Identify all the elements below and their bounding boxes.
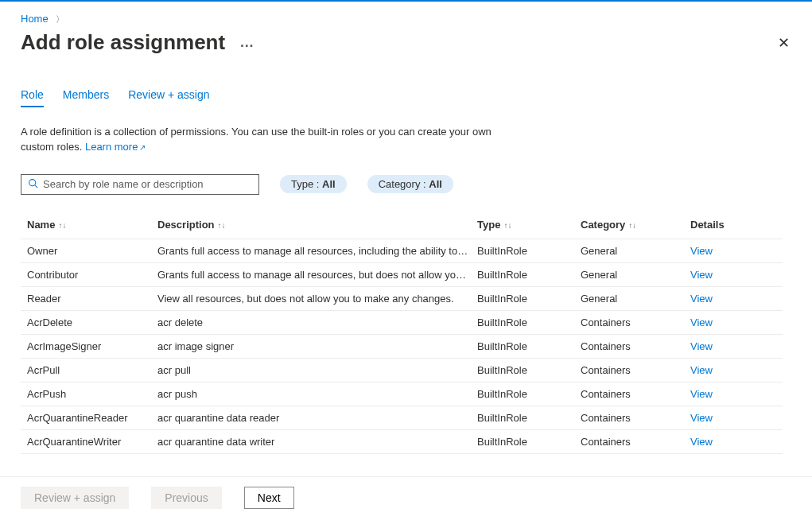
- cell-name: AcrQuarantineWriter: [27, 436, 157, 448]
- search-icon: [28, 178, 38, 191]
- cell-type: BuiltInRole: [477, 436, 581, 448]
- close-button[interactable]: ✕: [771, 31, 796, 55]
- view-link[interactable]: View: [690, 412, 713, 424]
- previous-button: Previous: [151, 487, 221, 509]
- cell-description: acr push: [157, 388, 477, 400]
- table-header-row: Name↑↓ Description↑↓ Type↑↓ Category↑↓ D…: [21, 211, 783, 239]
- sort-icon[interactable]: ↑↓: [58, 221, 66, 230]
- sort-icon[interactable]: ↑↓: [503, 221, 511, 230]
- cell-description: View all resources, but does not allow y…: [157, 293, 477, 305]
- view-link[interactable]: View: [690, 436, 713, 448]
- tab-members[interactable]: Members: [63, 88, 109, 107]
- tabs: Role Members Review + assign: [21, 88, 796, 107]
- footer-actions: Review + assign Previous Next: [0, 476, 812, 518]
- cell-description: Grants full access to manage all resourc…: [157, 269, 477, 281]
- chevron-right-icon: 〉: [56, 14, 64, 24]
- view-link[interactable]: View: [690, 316, 713, 328]
- svg-line-1: [35, 185, 37, 188]
- info-text: A role definition is a collection of per…: [21, 125, 506, 155]
- cell-name: AcrImageSigner: [27, 340, 157, 352]
- column-header-type[interactable]: Type↑↓: [477, 219, 581, 231]
- cell-description: Grants full access to manage all resourc…: [157, 245, 477, 257]
- column-header-description[interactable]: Description↑↓: [157, 219, 477, 231]
- view-link[interactable]: View: [690, 364, 713, 376]
- cell-name: AcrQuarantineReader: [27, 412, 157, 424]
- sort-icon[interactable]: ↑↓: [628, 221, 636, 230]
- table-row[interactable]: AcrPullacr pullBuiltInRoleContainersView: [21, 359, 783, 382]
- cell-name: AcrPull: [27, 364, 157, 376]
- cell-name: Reader: [27, 293, 157, 305]
- table-row[interactable]: ContributorGrants full access to manage …: [21, 263, 783, 287]
- cell-category: Containers: [581, 412, 690, 424]
- column-header-name[interactable]: Name↑↓: [27, 219, 157, 231]
- search-input-container[interactable]: [21, 174, 259, 195]
- cell-category: General: [581, 245, 690, 257]
- page-title: Add role assignment …: [21, 30, 254, 55]
- cell-type: BuiltInRole: [477, 412, 581, 424]
- column-header-category[interactable]: Category↑↓: [581, 219, 690, 231]
- cell-name: Owner: [27, 245, 157, 257]
- external-link-icon: ↗: [139, 143, 146, 152]
- cell-description: acr image signer: [157, 340, 477, 352]
- horizontal-scrollbar[interactable]: [0, 517, 812, 528]
- next-button[interactable]: Next: [244, 487, 294, 509]
- cell-name: AcrPush: [27, 388, 157, 400]
- cell-type: BuiltInRole: [477, 293, 581, 305]
- breadcrumb: Home 〉: [21, 13, 796, 25]
- cell-type: BuiltInRole: [477, 245, 581, 257]
- column-header-details: Details: [690, 219, 738, 231]
- filter-category-pill[interactable]: Category : All: [367, 175, 453, 193]
- table-row[interactable]: AcrQuarantineReaderacr quarantine data r…: [21, 406, 783, 430]
- cell-category: Containers: [581, 436, 690, 448]
- cell-description: acr delete: [157, 316, 477, 328]
- view-link[interactable]: View: [690, 388, 713, 400]
- cell-category: Containers: [581, 388, 690, 400]
- cell-category: Containers: [581, 340, 690, 352]
- more-actions-icon[interactable]: …: [239, 34, 254, 51]
- search-input[interactable]: [43, 178, 252, 190]
- cell-description: acr pull: [157, 364, 477, 376]
- cell-type: BuiltInRole: [477, 364, 581, 376]
- cell-description: acr quarantine data reader: [157, 412, 477, 424]
- tab-role[interactable]: Role: [21, 88, 44, 107]
- filter-type-pill[interactable]: Type : All: [280, 175, 347, 193]
- tab-review-assign[interactable]: Review + assign: [128, 88, 209, 107]
- view-link[interactable]: View: [690, 269, 713, 281]
- table-row[interactable]: OwnerGrants full access to manage all re…: [21, 239, 783, 263]
- cell-type: BuiltInRole: [477, 269, 581, 281]
- cell-type: BuiltInRole: [477, 316, 581, 328]
- page-title-text: Add role assignment: [21, 30, 225, 55]
- cell-category: General: [581, 269, 690, 281]
- sort-icon[interactable]: ↑↓: [218, 221, 226, 230]
- cell-name: AcrDelete: [27, 316, 157, 328]
- roles-table: Name↑↓ Description↑↓ Type↑↓ Category↑↓ D…: [21, 211, 783, 454]
- review-assign-button: Review + assign: [21, 487, 129, 509]
- cell-category: General: [581, 293, 690, 305]
- cell-category: Containers: [581, 364, 690, 376]
- table-row[interactable]: AcrPushacr pushBuiltInRoleContainersView: [21, 382, 783, 406]
- cell-type: BuiltInRole: [477, 388, 581, 400]
- cell-type: BuiltInRole: [477, 340, 581, 352]
- breadcrumb-home[interactable]: Home: [21, 13, 49, 25]
- view-link[interactable]: View: [690, 293, 713, 305]
- table-row[interactable]: AcrDeleteacr deleteBuiltInRoleContainers…: [21, 311, 783, 335]
- view-link[interactable]: View: [690, 245, 713, 257]
- view-link[interactable]: View: [690, 340, 713, 352]
- cell-category: Containers: [581, 316, 690, 328]
- cell-description: acr quarantine data writer: [157, 436, 477, 448]
- svg-point-0: [29, 179, 36, 185]
- table-row[interactable]: AcrQuarantineWriteracr quarantine data w…: [21, 430, 783, 454]
- table-row[interactable]: ReaderView all resources, but does not a…: [21, 287, 783, 311]
- learn-more-link[interactable]: Learn more↗: [85, 141, 146, 153]
- cell-name: Contributor: [27, 269, 157, 281]
- table-row[interactable]: AcrImageSigneracr image signerBuiltInRol…: [21, 335, 783, 359]
